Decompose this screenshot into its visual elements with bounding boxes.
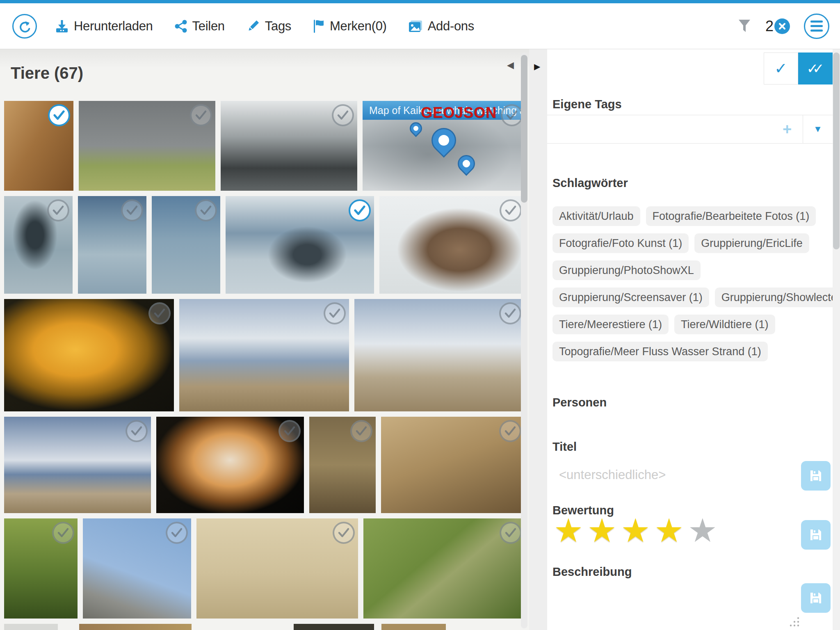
toolbar-items: Herunterladen Teilen Tags: [55, 19, 474, 34]
star-icon[interactable]: ★: [554, 514, 583, 547]
x-circle-icon: [778, 23, 786, 30]
download-button[interactable]: Herunterladen: [55, 19, 153, 34]
check-badge[interactable]: [47, 199, 69, 221]
description-label: Beschreibung: [552, 565, 632, 579]
photo-whale-fluke-sea[interactable]: [4, 196, 73, 294]
check-badge[interactable]: [499, 420, 521, 442]
photo-whale-blow[interactable]: [78, 196, 146, 294]
star-icon[interactable]: ★: [621, 514, 650, 547]
flag-icon: [313, 19, 325, 34]
panel-scrollbar-thumb[interactable]: [833, 52, 840, 249]
photo-ghost-crab-sand[interactable]: [196, 518, 358, 619]
add-tag-button[interactable]: +: [772, 115, 803, 143]
check-badge[interactable]: [350, 420, 372, 442]
resize-grip-icon[interactable]: [789, 616, 800, 629]
keyword-chip[interactable]: Tiere/Meerestiere (1): [552, 315, 669, 334]
tags-button[interactable]: Tags: [246, 19, 291, 34]
share-icon: [174, 20, 187, 33]
keyword-chip[interactable]: Gruppierung/Screensaver (1): [552, 288, 709, 307]
flag-button[interactable]: Merken(0): [313, 19, 387, 34]
photo-partial-photo-2[interactable]: [79, 624, 192, 630]
photo-partial-photo-4[interactable]: [381, 624, 446, 630]
funnel-icon[interactable]: [737, 19, 751, 34]
star-icon[interactable]: ★: [688, 514, 717, 547]
photo-chipmunk-on-rock[interactable]: [179, 299, 349, 411]
check-badge[interactable]: [166, 522, 188, 544]
photo-lion-portrait[interactable]: [4, 101, 73, 191]
photo-seal-colony-beach-bw[interactable]: [221, 101, 357, 191]
menu-button[interactable]: [804, 14, 829, 39]
select-all-button[interactable]: ✓✓: [798, 52, 833, 84]
photo-fur-seal-sitting[interactable]: [379, 196, 525, 294]
check-badge[interactable]: [195, 199, 217, 221]
check-badge[interactable]: [52, 522, 74, 544]
photo-grasshopper-branch[interactable]: [381, 417, 525, 513]
photo-whale-fluke-mountains[interactable]: [226, 196, 374, 294]
addons-button[interactable]: Add-ons: [408, 19, 474, 34]
photo-whale-back[interactable]: [152, 196, 220, 294]
check-badge[interactable]: [126, 420, 148, 442]
collapse-left-icon[interactable]: ◀: [507, 61, 514, 70]
custom-tags-input[interactable]: [547, 115, 772, 143]
keyword-chip[interactable]: Aktivität/Urlaub: [552, 206, 640, 226]
photo-crab-shell-closeup[interactable]: [156, 417, 304, 513]
photo-crocodile-grass[interactable]: [363, 518, 525, 619]
check-badge[interactable]: [499, 302, 521, 324]
check-badge[interactable]: [324, 302, 346, 324]
check-badge[interactable]: [148, 302, 171, 324]
title-input[interactable]: [552, 463, 795, 486]
photo-chipmunk-mountains[interactable]: [4, 417, 151, 513]
chevron-down-icon: ▼: [813, 124, 822, 135]
selected-check-badge[interactable]: [48, 104, 70, 126]
save-floppy-icon: [808, 591, 823, 605]
title-label: Titel: [552, 440, 577, 454]
photo-mantis-stick[interactable]: [309, 417, 376, 513]
photo-elk-on-rocks[interactable]: [79, 101, 215, 191]
share-button[interactable]: Teilen: [174, 19, 225, 34]
check-badge[interactable]: [278, 420, 301, 442]
keyword-chip[interactable]: Fotografie/Bearbeitete Fotos (1): [646, 206, 816, 226]
check-badge[interactable]: [121, 199, 143, 221]
check-icon: ✓: [774, 59, 788, 78]
keyword-chip[interactable]: Gruppierung/EricLife: [694, 233, 809, 253]
keyword-chip[interactable]: Gruppierung/Showlected: [715, 288, 840, 307]
keyword-chip[interactable]: Topografie/Meer Fluss Wasser Strand (1): [552, 342, 768, 361]
select-one-button[interactable]: ✓: [764, 52, 798, 84]
tags-dropdown-button[interactable]: ▼: [803, 115, 833, 143]
keyword-chip[interactable]: Tiere/Wildtiere (1): [674, 315, 775, 334]
photo-kaikoura-map[interactable]: Map of Kaikoura whale watching areaGEOJS…: [363, 101, 526, 191]
check-badge[interactable]: [500, 522, 522, 544]
photo-orange-jellyfish[interactable]: [4, 299, 174, 411]
custom-tags-row: + ▼: [547, 115, 833, 144]
keyword-chip[interactable]: Gruppierung/PhotoShowXL: [552, 260, 701, 280]
save-title-button[interactable]: [801, 461, 831, 491]
check-badge[interactable]: [500, 199, 522, 221]
check-badge[interactable]: [190, 104, 212, 126]
selected-check-badge[interactable]: [349, 199, 371, 221]
save-floppy-icon: [808, 527, 823, 542]
keyword-chip[interactable]: Fotografie/Foto Kunst (1): [552, 233, 689, 253]
photo-row: [4, 518, 526, 619]
star-icon[interactable]: ★: [654, 514, 684, 547]
back-button[interactable]: [12, 14, 37, 39]
hamburger-circle-icon: [810, 21, 823, 23]
photo-row: [4, 196, 526, 294]
photo-partial-photo-3[interactable]: [294, 624, 374, 630]
photo-partial-photo-1[interactable]: [4, 624, 58, 630]
check-badge[interactable]: [333, 522, 355, 544]
save-description-button[interactable]: [801, 583, 831, 613]
panel-divider: ▶: [529, 49, 547, 630]
collapse-right-icon[interactable]: ▶: [534, 62, 540, 71]
grid-scrollbar-thumb[interactable]: [521, 55, 527, 203]
photo-green-mantis-closeup[interactable]: [4, 518, 78, 619]
photo-two-chipmunks[interactable]: [354, 299, 525, 411]
check-badge[interactable]: [332, 104, 354, 126]
check-badge[interactable]: [501, 104, 523, 126]
photo-caterpillar-wire[interactable]: [83, 518, 191, 619]
photo-row: [4, 624, 526, 630]
save-rating-button[interactable]: [801, 520, 831, 550]
star-icon[interactable]: ★: [587, 514, 617, 547]
clear-selection-button[interactable]: [774, 18, 790, 34]
download-icon: [55, 19, 69, 33]
keyword-chip-row: Tiere/Meerestiere (1)Tiere/Wildtiere (1): [552, 315, 840, 334]
